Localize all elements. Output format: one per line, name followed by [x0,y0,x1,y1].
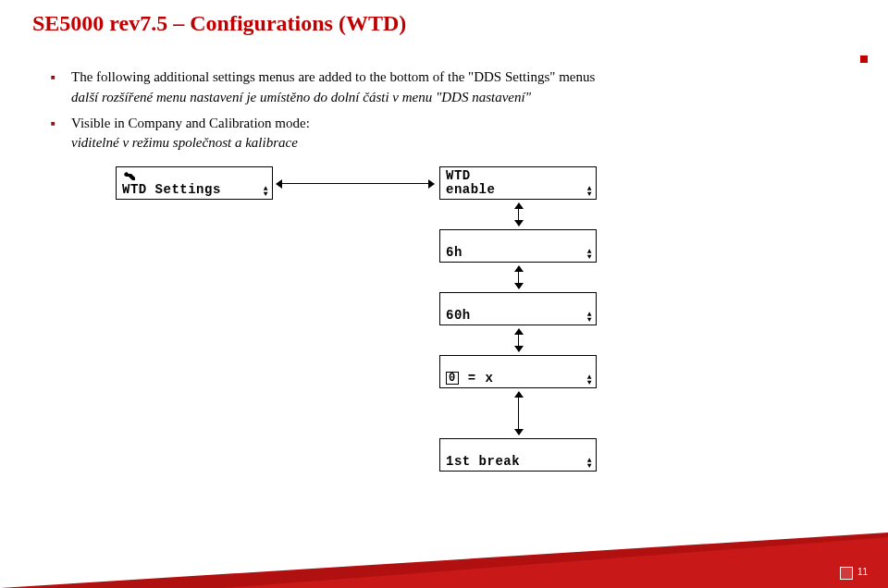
lcd-text: 6h [446,246,462,260]
equals-char: = [468,372,476,386]
svg-marker-0 [0,533,888,588]
lcd-text: WTD [446,169,471,183]
connector-vertical [518,392,519,435]
lcd-wtd-settings: WTD Settings ▲▼ [116,166,273,200]
connector-horizontal [277,183,434,184]
updown-icon: ▲▼ [587,186,592,197]
lcd-text: 60h [446,309,471,323]
updown-icon: ▲▼ [587,312,592,323]
bullet2-cs: viditelné v režimu společnost a kalibrac… [71,133,846,153]
lcd-wtd-enable: WTD enable ▲▼ [439,166,597,200]
bullet1-cs: další rozšířené menu nastavení je umístě… [71,88,846,108]
lcd-1st-break: 1st break ▲▼ [439,438,597,472]
lcd-60h: 60h ▲▼ [439,292,597,325]
boxed-char: 0 [446,372,459,385]
svg-marker-1 [0,537,888,588]
updown-icon: ▲▼ [587,458,592,469]
connector-vertical [518,266,519,288]
updown-icon: ▲▼ [587,374,592,386]
accent-square-icon [860,55,868,63]
bullet2-en: Visible in Company and Calibration mode: [71,114,846,134]
updown-icon: ▲▼ [264,186,268,197]
wrench-icon [122,170,144,183]
page-number-box-icon [840,567,853,580]
bullet1-en: The following additional settings menus … [71,67,846,88]
connector-vertical [518,329,519,351]
lcd-formula: 0 = x ▲▼ [439,355,597,388]
lcd-text: enable [446,183,495,197]
list-item: Visible in Company and Calibration mode:… [42,114,846,154]
page-number: 11 [857,567,868,577]
bullet-list: The following additional settings menus … [42,67,846,153]
lcd-6h: 6h ▲▼ [439,229,597,263]
updown-icon: ▲▼ [587,249,592,260]
lcd-text: 1st break [446,455,520,469]
title-text: SE5000 rev7.5 – Configurations (WTD) [32,11,406,35]
list-item: The following additional settings menus … [42,67,846,108]
lcd-text: WTD Settings [122,183,221,197]
footer-wedge [0,505,888,588]
x-char: x [486,372,494,386]
menu-diagram: WTD Settings ▲▼ WTD enable ▲▼ 6h ▲▼ 60h … [42,166,846,490]
connector-vertical [518,203,519,226]
page-title: SE5000 rev7.5 – Configurations (WTD) [32,11,846,36]
